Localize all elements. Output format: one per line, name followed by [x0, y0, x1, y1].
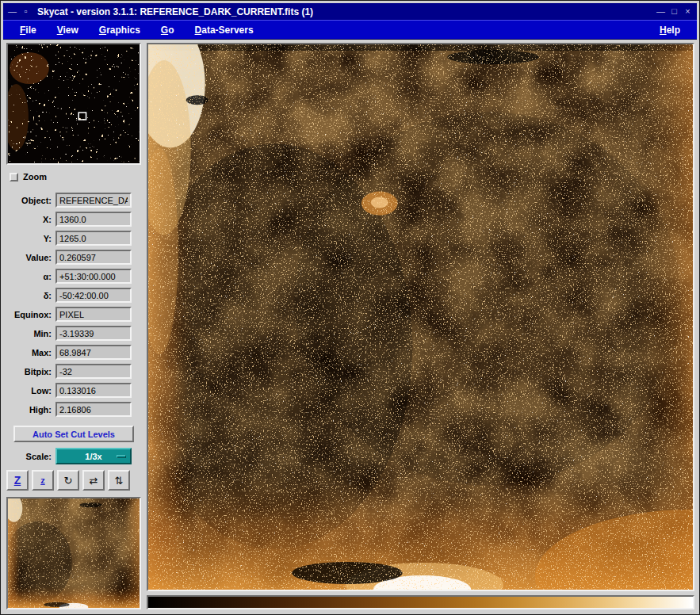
field-row-object: Object: [6, 193, 141, 208]
scale-dropdown[interactable]: 1/3x [55, 448, 132, 464]
bitpix-field[interactable] [55, 364, 132, 379]
zoom-in-button[interactable]: Z [6, 470, 29, 491]
field-row-y: Y: [6, 231, 141, 246]
view-toolbar: Z z ↻ ⇄ ⇅ [6, 470, 141, 491]
dec-field[interactable] [55, 288, 132, 303]
value-field[interactable] [55, 250, 132, 265]
object-label: Object: [6, 196, 55, 205]
auto-set-cut-levels-button[interactable]: Auto Set Cut Levels [13, 426, 134, 442]
scale-value: 1/3x [85, 452, 101, 461]
menu-data-servers[interactable]: Data-Servers [185, 22, 264, 38]
flip-x-button[interactable]: ⇄ [82, 470, 105, 491]
low-label: Low: [6, 386, 55, 395]
equinox-label: Equinox: [6, 310, 55, 319]
high-field[interactable] [55, 402, 132, 417]
low-field[interactable] [55, 383, 132, 398]
equinox-field[interactable] [55, 307, 132, 322]
value-label: Value: [6, 253, 55, 262]
high-label: High: [6, 405, 55, 414]
field-row-max: Max: [6, 345, 141, 360]
flip-y-button[interactable]: ⇅ [108, 470, 130, 491]
zoom-display [6, 43, 141, 165]
field-row-value: Value: [6, 250, 141, 265]
zoom-checkbox-label: Zoom [23, 172, 47, 181]
scale-label: Scale: [6, 452, 55, 461]
field-row-low: Low: [6, 383, 141, 398]
window-shade-icon[interactable]: — [6, 6, 19, 17]
window-title: Skycat - version 3.1.1: REFERENCE_DARK_C… [37, 6, 654, 17]
field-row-dec: δ: [6, 288, 141, 303]
zoom-out-button[interactable]: z [32, 470, 54, 491]
min-field[interactable] [55, 326, 132, 341]
info-form: Object: X: Y: Value: α: [6, 193, 141, 421]
menu-indicator-icon [117, 455, 126, 458]
zoom-toggle-row: Zoom [6, 167, 141, 186]
control-panel: Zoom Object: X: Y: Value: [6, 43, 141, 609]
bitpix-label: Bitpix: [6, 367, 55, 376]
maximize-icon[interactable]: □ [667, 6, 681, 17]
zoom-checkbox[interactable] [10, 173, 18, 181]
ra-label: α: [6, 272, 55, 281]
menu-view[interactable]: View [47, 22, 89, 38]
colorbar [147, 595, 694, 609]
close-icon[interactable]: × [681, 6, 694, 17]
field-row-ra: α: [6, 269, 141, 284]
menu-graphics[interactable]: Graphics [89, 22, 151, 38]
scale-row: Scale: 1/3x [6, 448, 141, 464]
field-row-equinox: Equinox: [6, 307, 141, 322]
menu-go[interactable]: Go [151, 22, 185, 38]
window-menu-icon[interactable]: ▫ [19, 6, 33, 17]
rotate-button[interactable]: ↻ [57, 470, 79, 491]
x-label: X: [6, 215, 55, 224]
image-canvas[interactable] [147, 43, 694, 591]
max-field[interactable] [55, 345, 132, 360]
menubar: File View Graphics Go Data-Servers Help [3, 20, 697, 40]
field-row-x: X: [6, 212, 141, 227]
field-row-min: Min: [6, 326, 141, 341]
y-field[interactable] [55, 231, 132, 246]
max-label: Max: [6, 348, 55, 357]
menu-file[interactable]: File [10, 22, 47, 38]
titlebar[interactable]: — ▫ Skycat - version 3.1.1: REFERENCE_DA… [3, 3, 697, 20]
field-row-bitpix: Bitpix: [6, 364, 141, 379]
minimize-icon[interactable]: — [654, 6, 667, 17]
field-row-high: High: [6, 402, 141, 417]
min-label: Min: [6, 329, 55, 338]
image-column [147, 43, 694, 609]
x-field[interactable] [55, 212, 132, 227]
skycat-window: — ▫ Skycat - version 3.1.1: REFERENCE_DA… [0, 0, 700, 615]
menu-help[interactable]: Help [649, 22, 690, 38]
object-field[interactable] [55, 193, 132, 208]
ra-field[interactable] [55, 269, 132, 284]
main-content: Zoom Object: X: Y: Value: [3, 40, 697, 612]
titlebar-right-controls: — □ × [654, 6, 694, 17]
y-label: Y: [6, 234, 55, 243]
pan-window[interactable] [6, 497, 141, 609]
dec-label: δ: [6, 291, 55, 300]
